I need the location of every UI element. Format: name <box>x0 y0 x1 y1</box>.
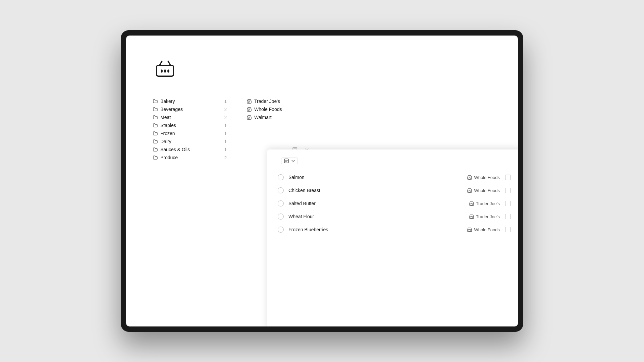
list-item: Salmon Whole Foods <box>278 171 511 184</box>
category-item[interactable]: Staples 1 <box>153 121 227 129</box>
category-name: Beverages <box>160 107 183 112</box>
item-store: Whole Foods <box>467 188 500 193</box>
category-item[interactable]: Produce 2 <box>153 154 227 162</box>
svg-rect-5 <box>249 102 250 103</box>
svg-rect-25 <box>469 230 470 232</box>
category-item[interactable]: Beverages 2 <box>153 105 227 113</box>
item-store-name: Whole Foods <box>474 188 500 193</box>
svg-rect-16 <box>468 177 472 179</box>
store-name: Whole Foods <box>254 107 282 112</box>
category-name: Produce <box>160 155 178 160</box>
category-name: Bakery <box>160 99 175 104</box>
svg-rect-6 <box>247 109 251 111</box>
category-count: 1 <box>224 147 227 152</box>
store-item[interactable]: Walmart <box>247 113 321 121</box>
item-checkbox[interactable] <box>505 201 511 206</box>
screen-wrapper: Bakery 1 Beverages 2 Meat 2 Staples 1 Fr… <box>121 30 523 332</box>
svg-rect-9 <box>249 118 250 119</box>
store-icon-small <box>467 188 472 193</box>
item-name: Frozen Blueberries <box>288 227 467 232</box>
notion-page: Bakery 1 Beverages 2 Meat 2 Staples 1 Fr… <box>126 36 518 326</box>
item-name: Salmon <box>288 175 467 180</box>
page-icon <box>153 56 491 81</box>
folder-icon <box>153 155 158 160</box>
store-item[interactable]: Trader Joe's <box>247 97 321 105</box>
folder-icon <box>153 123 158 128</box>
item-store: Whole Foods <box>467 175 500 180</box>
category-name: Meat <box>160 115 171 120</box>
svg-rect-1 <box>161 69 162 72</box>
svg-rect-8 <box>247 117 251 119</box>
list-item: Salted Butter Trader Joe's <box>278 197 511 210</box>
item-store: Trader Joe's <box>469 201 500 206</box>
item-store-name: Whole Foods <box>474 227 500 232</box>
list-items: Salmon Whole Foods Chicken Breast Whole … <box>278 171 511 236</box>
category-count: 2 <box>224 115 227 120</box>
category-item[interactable]: Bakery 1 <box>153 97 227 105</box>
category-count: 1 <box>224 139 227 144</box>
svg-rect-2 <box>164 69 166 72</box>
item-name: Chicken Breast <box>288 188 467 193</box>
category-count: 2 <box>224 107 227 112</box>
list-item: Frozen Blueberries Whole Foods <box>278 223 511 236</box>
item-radio[interactable] <box>278 187 284 193</box>
item-checkbox[interactable] <box>505 227 511 232</box>
store-building-icon <box>247 107 252 112</box>
item-checkbox[interactable] <box>505 175 511 180</box>
store-icon-small <box>467 175 472 180</box>
folder-icon <box>153 115 158 120</box>
store-item[interactable]: Whole Foods <box>247 105 321 113</box>
item-store: Whole Foods <box>467 227 500 232</box>
category-item[interactable]: Meat 2 <box>153 113 227 121</box>
svg-rect-19 <box>469 191 470 192</box>
svg-rect-20 <box>470 203 474 205</box>
item-radio[interactable] <box>278 214 284 220</box>
front-panel: Salmon Whole Foods Chicken Breast Whole … <box>267 149 518 326</box>
svg-rect-18 <box>468 190 472 192</box>
svg-rect-4 <box>247 101 251 103</box>
svg-rect-24 <box>468 229 472 232</box>
store-name: Trader Joe's <box>254 99 280 104</box>
list-item: Chicken Breast Whole Foods <box>278 184 511 197</box>
svg-rect-22 <box>470 216 474 219</box>
item-store-name: Trader Joe's <box>476 214 500 219</box>
item-radio[interactable] <box>278 227 284 233</box>
category-item[interactable]: Frozen 1 <box>153 129 227 137</box>
category-name: Sauces & Oils <box>160 147 190 152</box>
store-building-icon <box>247 99 252 104</box>
category-name: Staples <box>160 123 176 128</box>
folder-icon <box>153 139 158 144</box>
category-count: 2 <box>224 155 227 160</box>
category-name: Dairy <box>160 139 171 144</box>
filter-list-icon <box>284 159 289 163</box>
item-checkbox[interactable] <box>505 214 511 219</box>
chevron-down-icon <box>291 160 295 162</box>
item-name: Wheat Flour <box>288 214 469 219</box>
category-item[interactable]: Dairy 1 <box>153 137 227 145</box>
list-header <box>278 158 511 164</box>
item-store: Trader Joe's <box>469 214 500 219</box>
item-checkbox[interactable] <box>505 188 511 193</box>
item-store-name: Trader Joe's <box>476 201 500 206</box>
category-item[interactable]: Sauces & Oils 1 <box>153 145 227 154</box>
out-of-stock-filter[interactable] <box>281 158 298 164</box>
store-name: Walmart <box>254 115 272 120</box>
svg-rect-3 <box>167 69 169 72</box>
svg-rect-17 <box>469 178 470 179</box>
svg-rect-23 <box>471 217 472 219</box>
store-icon-small <box>469 214 474 219</box>
folder-icon <box>153 131 158 136</box>
folder-icon <box>153 99 158 104</box>
item-radio[interactable] <box>278 174 284 180</box>
svg-rect-21 <box>471 204 472 205</box>
item-store-name: Whole Foods <box>474 175 500 180</box>
stores-list: Trader Joe's Whole Foods Walmart <box>247 97 321 121</box>
item-radio[interactable] <box>278 200 284 206</box>
screen-inner: Bakery 1 Beverages 2 Meat 2 Staples 1 Fr… <box>126 36 518 326</box>
store-icon-small <box>467 227 472 232</box>
store-building-icon <box>247 115 252 120</box>
folder-icon <box>153 147 158 152</box>
list-item: Wheat Flour Trader Joe's <box>278 210 511 223</box>
category-count: 1 <box>224 131 227 136</box>
svg-rect-13 <box>284 159 288 163</box>
